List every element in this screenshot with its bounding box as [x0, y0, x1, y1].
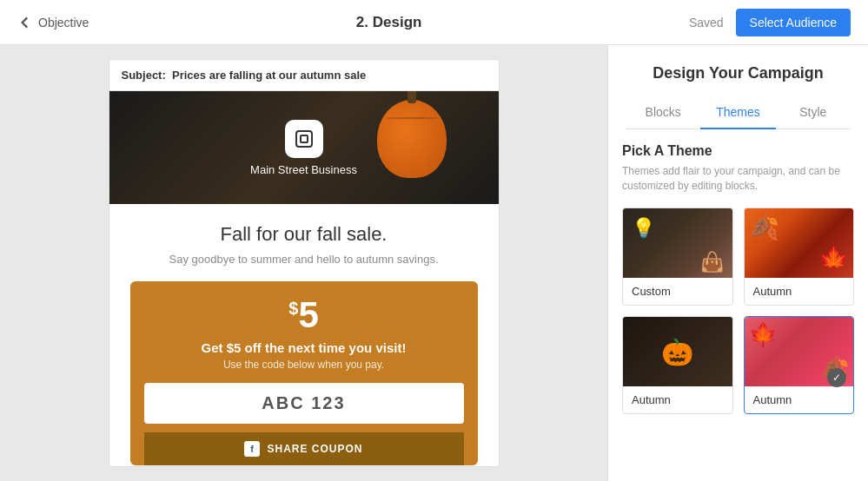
- svg-rect-0: [296, 131, 312, 147]
- business-name: Main Street Business: [250, 163, 357, 176]
- tabs-bar: Blocks Themes Style: [626, 96, 851, 129]
- pick-theme-title: Pick A Theme: [622, 143, 854, 159]
- coupon-use-text: Use the code below when you pay.: [144, 359, 464, 371]
- theme-thumbnail-autumn1: [745, 208, 854, 278]
- theme-label-autumn1: Autumn: [745, 278, 854, 305]
- email-preview-panel: Subject: Prices are falling at our autum…: [0, 45, 607, 481]
- tab-style[interactable]: Style: [776, 96, 851, 129]
- theme-label-autumn2: Autumn: [623, 386, 732, 413]
- theme-card-autumn2[interactable]: Autumn: [622, 316, 733, 414]
- panel-title: Design Your Campaign: [626, 64, 851, 82]
- nav-right: Saved Select Audience: [689, 9, 851, 36]
- themes-grid: Custom Autumn Autumn Autumn ✓: [622, 208, 854, 414]
- subject-text: Prices are falling at our autumn sale: [172, 69, 366, 82]
- email-subtext: Say goodbye to summer and hello to autum…: [130, 253, 478, 266]
- tab-blocks[interactable]: Blocks: [626, 96, 700, 129]
- panel-header: Design Your Campaign Blocks Themes Style: [608, 45, 868, 129]
- coupon-dollar: $: [288, 299, 298, 318]
- coupon-share-bar[interactable]: f SHARE COUPON: [144, 432, 464, 465]
- tab-themes[interactable]: Themes: [700, 96, 775, 129]
- theme-selected-check: ✓: [827, 368, 846, 387]
- top-nav: Objective 2. Design Saved Select Audienc…: [0, 0, 868, 45]
- coupon-amount: $5: [144, 297, 464, 333]
- email-headline: Fall for our fall sale.: [130, 223, 478, 246]
- theme-card-autumn1[interactable]: Autumn: [744, 208, 855, 306]
- theme-label-autumn3: Autumn: [745, 386, 854, 413]
- email-hero: Main Street Business: [109, 91, 499, 204]
- themes-content: Pick A Theme Themes add flair to your ca…: [608, 129, 868, 428]
- logo-icon: [285, 120, 323, 158]
- theme-card-custom[interactable]: Custom: [622, 208, 733, 306]
- theme-thumbnail-autumn2: [623, 317, 732, 386]
- email-card: Subject: Prices are falling at our autum…: [109, 59, 500, 467]
- theme-thumbnail-custom: [623, 208, 732, 278]
- svg-rect-1: [301, 135, 308, 142]
- hero-logo-area: Main Street Business: [250, 120, 357, 176]
- back-nav[interactable]: Objective: [17, 15, 89, 30]
- saved-status: Saved: [689, 16, 724, 30]
- facebook-icon: f: [244, 441, 260, 457]
- right-panel: Design Your Campaign Blocks Themes Style…: [607, 45, 868, 481]
- coupon-code: ABC 123: [144, 383, 464, 424]
- back-label: Objective: [38, 16, 89, 30]
- email-body: Fall for our fall sale. Say goodbye to s…: [109, 204, 499, 467]
- pumpkin-decoration: [377, 100, 447, 178]
- pick-theme-desc: Themes add flair to your campaign, and c…: [622, 164, 854, 194]
- theme-card-autumn3[interactable]: Autumn ✓: [744, 316, 855, 414]
- coupon-number: 5: [298, 294, 318, 335]
- email-subject-bar: Subject: Prices are falling at our autum…: [109, 60, 499, 91]
- coupon-block: $5 Get $5 off the next time you visit! U…: [130, 281, 478, 465]
- page-title: 2. Design: [356, 14, 422, 31]
- share-label: SHARE COUPON: [267, 443, 362, 455]
- back-icon: [17, 15, 33, 30]
- coupon-offer: Get $5 off the next time you visit!: [144, 340, 464, 355]
- main-layout: Subject: Prices are falling at our autum…: [0, 45, 868, 481]
- subject-prefix: Subject:: [122, 69, 166, 82]
- select-audience-button[interactable]: Select Audience: [736, 9, 851, 36]
- theme-label-custom: Custom: [623, 278, 732, 305]
